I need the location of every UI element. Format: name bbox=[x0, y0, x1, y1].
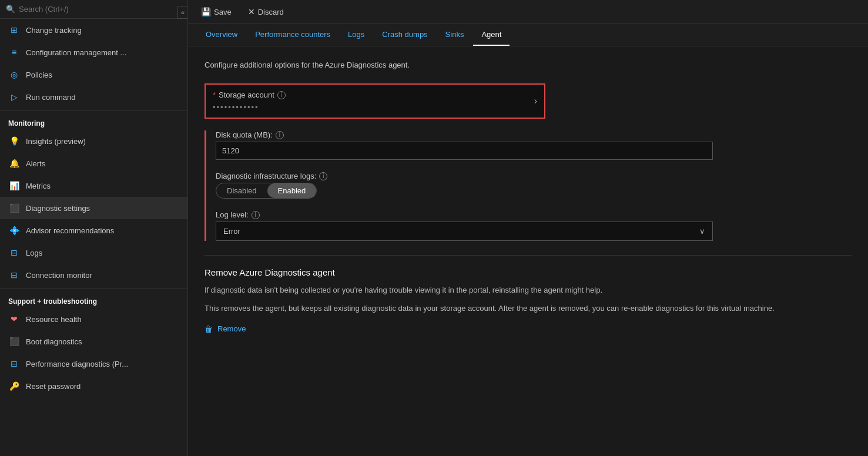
discard-button[interactable]: ✕ Discard bbox=[244, 5, 287, 19]
metrics-icon: 📊 bbox=[8, 180, 20, 192]
search-bar[interactable]: 🔍 bbox=[0, 0, 187, 19]
tab-agent[interactable]: Agent bbox=[473, 24, 510, 46]
sidebar-item-diagnostic-settings[interactable]: ⬛ Diagnostic settings bbox=[0, 197, 187, 219]
sidebar-item-connection-monitor[interactable]: ⊟ Connection monitor bbox=[0, 264, 187, 286]
log-level-label-text: Log level: bbox=[216, 210, 249, 219]
sidebar-item-change-tracking[interactable]: ⊞ Change tracking bbox=[0, 19, 187, 41]
sidebar-label-alerts: Alerts bbox=[26, 159, 45, 168]
storage-account-label: * Storage account i bbox=[213, 90, 286, 99]
sidebar-item-performance-diagnostics[interactable]: ⊟ Performance diagnostics (Pr... bbox=[0, 353, 187, 375]
sidebar-label-connection-monitor: Connection monitor bbox=[26, 271, 92, 280]
log-level-dropdown[interactable]: Error ∨ bbox=[216, 222, 713, 241]
disk-quota-info-icon[interactable]: i bbox=[276, 131, 284, 139]
sidebar-label-resource-health: Resource health bbox=[26, 315, 82, 324]
tab-performance-counters[interactable]: Performance counters bbox=[247, 24, 339, 46]
sidebar-content: ⊞ Change tracking ≡ Configuration manage… bbox=[0, 19, 187, 456]
discard-icon: ✕ bbox=[248, 7, 255, 16]
sidebar-item-policies[interactable]: ◎ Policies bbox=[0, 63, 187, 86]
sidebar-label-performance-diagnostics: Performance diagnostics (Pr... bbox=[26, 360, 128, 368]
collapse-button[interactable]: « bbox=[177, 6, 188, 19]
page-description: Configure additional options for the Azu… bbox=[205, 61, 852, 69]
sidebar-label-advisor-recommendations: Advisor recommendations bbox=[26, 226, 114, 235]
sidebar-label-insights: Insights (preview) bbox=[26, 137, 86, 146]
disk-quota-label-text: Disk quota (MB): bbox=[216, 130, 273, 139]
log-level-field-group: Log level: i Error ∨ bbox=[216, 210, 852, 241]
main-panel: 💾 Save ✕ Discard Overview Performance co… bbox=[188, 0, 868, 456]
storage-account-value: •••••••••••• bbox=[213, 103, 286, 112]
diagnostic-settings-icon: ⬛ bbox=[8, 202, 20, 214]
remove-description-2: This removes the agent, but keeps all ex… bbox=[205, 303, 852, 315]
storage-account-selector[interactable]: * Storage account i •••••••••••• › bbox=[205, 83, 545, 119]
sidebar-label-metrics: Metrics bbox=[26, 182, 51, 190]
log-level-chevron-icon: ∨ bbox=[699, 227, 705, 236]
resource-health-icon: ❤ bbox=[8, 313, 20, 325]
config-management-icon: ≡ bbox=[8, 46, 20, 58]
log-level-info-icon[interactable]: i bbox=[252, 211, 260, 219]
performance-diagnostics-icon: ⊟ bbox=[8, 358, 20, 370]
trash-icon: 🗑 bbox=[205, 324, 213, 334]
sidebar-label-run-command: Run command bbox=[26, 93, 76, 102]
agent-config-section: Disk quota (MB): i Diagnostic infrastruc… bbox=[205, 130, 852, 241]
logs-icon: ⊟ bbox=[8, 247, 20, 259]
tab-bar: Overview Performance counters Logs Crash… bbox=[188, 24, 868, 46]
disk-quota-input[interactable] bbox=[216, 142, 713, 160]
search-icon: 🔍 bbox=[6, 5, 15, 14]
toggle-disabled-button[interactable]: Disabled bbox=[216, 183, 267, 198]
toggle-enabled-button[interactable]: Enabled bbox=[267, 183, 317, 198]
sidebar-label-change-tracking: Change tracking bbox=[26, 26, 82, 35]
diag-infra-field-group: Diagnostic infrastructure logs: i Disabl… bbox=[216, 172, 852, 199]
diag-infra-toggle: Disabled Enabled bbox=[216, 183, 317, 199]
storage-account-field-group: * Storage account i •••••••••••• › bbox=[205, 83, 852, 119]
save-label: Save bbox=[214, 8, 232, 16]
reset-password-icon: 🔑 bbox=[8, 380, 20, 392]
sidebar-item-config-management[interactable]: ≡ Configuration management ... bbox=[0, 41, 187, 63]
sidebar-label-logs: Logs bbox=[26, 249, 42, 257]
topbar: 💾 Save ✕ Discard bbox=[188, 0, 868, 24]
sidebar-label-config-management: Configuration management ... bbox=[26, 48, 126, 57]
sidebar-item-advisor-recommendations[interactable]: 💠 Advisor recommendations bbox=[0, 219, 187, 242]
sidebar-label-policies: Policies bbox=[26, 71, 52, 79]
storage-account-chevron-icon: › bbox=[534, 96, 537, 106]
diag-infra-label-text: Diagnostic infrastructure logs: bbox=[216, 172, 316, 180]
remove-description-1: If diagnostic data isn't being collected… bbox=[205, 284, 852, 297]
support-section-header: Support + troubleshooting bbox=[0, 289, 187, 308]
diag-infra-label: Diagnostic infrastructure logs: i bbox=[216, 172, 852, 180]
connection-monitor-icon: ⊟ bbox=[8, 269, 20, 281]
alerts-icon: 🔔 bbox=[8, 157, 20, 169]
save-button[interactable]: 💾 Save bbox=[197, 5, 235, 19]
remove-label: Remove bbox=[217, 324, 246, 333]
tab-crash-dumps[interactable]: Crash dumps bbox=[374, 24, 435, 46]
tab-overview[interactable]: Overview bbox=[197, 24, 246, 46]
tab-sinks[interactable]: Sinks bbox=[437, 24, 472, 46]
sidebar-item-alerts[interactable]: 🔔 Alerts bbox=[0, 152, 187, 175]
content-area: Configure additional options for the Azu… bbox=[188, 46, 868, 456]
storage-account-info-icon[interactable]: i bbox=[277, 91, 286, 99]
required-indicator: * bbox=[213, 90, 216, 99]
run-command-icon: ▷ bbox=[8, 91, 20, 103]
remove-button[interactable]: 🗑 Remove bbox=[205, 321, 246, 337]
sidebar-item-boot-diagnostics[interactable]: ⬛ Boot diagnostics bbox=[0, 330, 187, 353]
disk-quota-label: Disk quota (MB): i bbox=[216, 130, 852, 139]
monitoring-section-header: Monitoring bbox=[0, 110, 187, 130]
sidebar-item-metrics[interactable]: 📊 Metrics bbox=[0, 175, 187, 197]
change-tracking-icon: ⊞ bbox=[8, 24, 20, 36]
insights-icon: 💡 bbox=[8, 135, 20, 147]
search-input[interactable] bbox=[19, 5, 182, 14]
sidebar-label-reset-password: Reset password bbox=[26, 382, 81, 391]
boot-diagnostics-icon: ⬛ bbox=[8, 336, 20, 347]
sidebar-item-insights[interactable]: 💡 Insights (preview) bbox=[0, 130, 187, 152]
sidebar-item-run-command[interactable]: ▷ Run command bbox=[0, 86, 187, 108]
save-icon: 💾 bbox=[201, 7, 211, 16]
tab-logs[interactable]: Logs bbox=[340, 24, 373, 46]
sidebar-label-diagnostic-settings: Diagnostic settings bbox=[26, 204, 90, 213]
sidebar-item-resource-health[interactable]: ❤ Resource health bbox=[0, 308, 187, 330]
storage-account-label-text: Storage account bbox=[219, 90, 274, 99]
log-level-value: Error bbox=[223, 227, 240, 236]
sidebar-item-logs[interactable]: ⊟ Logs bbox=[0, 242, 187, 264]
discard-label: Discard bbox=[258, 8, 284, 16]
diag-infra-info-icon[interactable]: i bbox=[319, 172, 327, 180]
log-level-label: Log level: i bbox=[216, 210, 852, 219]
policies-icon: ◎ bbox=[8, 69, 20, 81]
sidebar-item-reset-password[interactable]: 🔑 Reset password bbox=[0, 375, 187, 397]
sidebar-label-boot-diagnostics: Boot diagnostics bbox=[26, 337, 82, 346]
